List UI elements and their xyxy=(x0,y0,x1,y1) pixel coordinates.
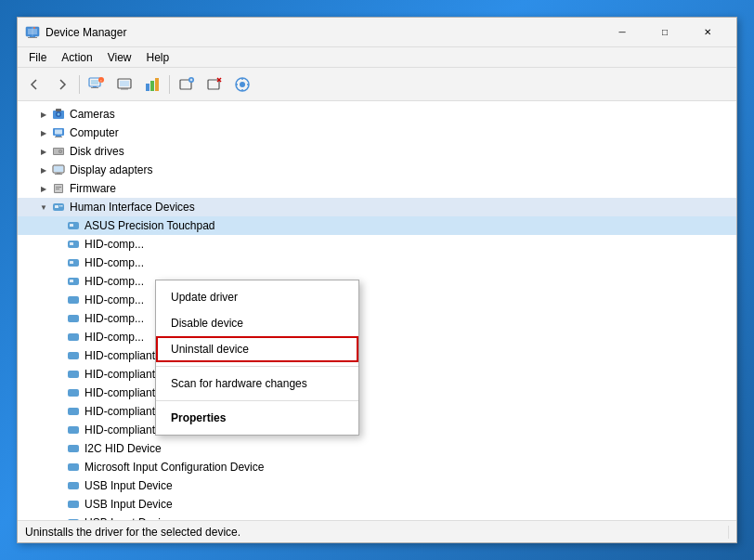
camera-icon xyxy=(51,107,66,122)
maximize-button[interactable]: □ xyxy=(644,18,686,47)
svg-rect-66 xyxy=(68,389,79,397)
update-driver-btn[interactable] xyxy=(174,72,200,98)
menu-action[interactable]: Action xyxy=(54,49,99,66)
ctx-scan-changes[interactable]: Scan for hardware changes xyxy=(156,371,358,397)
svg-rect-2 xyxy=(30,36,35,37)
tree-item-hid10[interactable]: ▶ HID-compliant vendor-defined device xyxy=(18,402,736,421)
tree-item-hid5[interactable]: ▶ HID-comp... xyxy=(18,309,736,328)
forward-button[interactable] xyxy=(49,72,75,98)
tree-item-hid9[interactable]: ▶ HID-compliant vendor-defined device xyxy=(18,384,736,402)
svg-rect-69 xyxy=(68,445,79,452)
svg-rect-9 xyxy=(91,87,98,88)
expand-arrow-firmware[interactable]: ▶ xyxy=(36,181,51,196)
menu-bar: File Action View Help xyxy=(18,47,736,68)
tree-item-i2c[interactable]: ▶ I2C HID Device xyxy=(18,439,736,458)
svg-rect-47 xyxy=(56,187,61,188)
tree-item-hid[interactable]: ▼ Human Interface Devices xyxy=(18,198,736,216)
device-tree[interactable]: ▶ Cameras ▶ xyxy=(18,101,736,520)
expand-arrow-disk[interactable]: ▶ xyxy=(36,144,51,159)
disk-icon xyxy=(51,144,66,159)
tree-item-hid4[interactable]: ▶ HID-comp... xyxy=(18,291,736,309)
tree-item-usb3[interactable]: ▶ USB Input Device xyxy=(18,514,736,520)
expand-arrow-display[interactable]: ▶ xyxy=(36,163,51,177)
expand-arrow-cameras[interactable]: ▶ xyxy=(36,107,51,122)
tree-item-display[interactable]: ▶ Display adapters xyxy=(18,161,736,179)
content-area: ▶ Cameras ▶ xyxy=(18,101,736,520)
tree-item-wireless[interactable]: ▶ HID-compliant wireless radio controls xyxy=(18,421,736,439)
show-hidden-btn[interactable] xyxy=(111,72,137,98)
cameras-label: Cameras xyxy=(70,108,115,121)
ctx-update-driver[interactable]: Update driver xyxy=(156,284,358,310)
tree-item-asus-touchpad[interactable]: ▶ ASUS Precision Touchpad xyxy=(18,216,736,235)
hid4-icon xyxy=(66,293,81,307)
svg-rect-7 xyxy=(91,80,98,85)
svg-rect-63 xyxy=(68,333,79,341)
tree-item-firmware[interactable]: ▶ Firmware xyxy=(18,179,736,198)
context-menu: Update driver Disable device Uninstall d… xyxy=(155,280,359,436)
resources-btn[interactable] xyxy=(139,72,165,98)
disk-drives-label: Disk drives xyxy=(70,145,124,158)
tree-item-usb2[interactable]: ▶ USB Input Device xyxy=(18,495,736,514)
svg-rect-51 xyxy=(59,205,61,207)
menu-view[interactable]: View xyxy=(100,49,139,66)
hid-label: Human Interface Devices xyxy=(70,201,195,214)
device-manager-icon-btn[interactable]: ! xyxy=(84,72,110,98)
tree-item-hid1[interactable]: ▶ HID-comp... xyxy=(18,235,736,254)
back-button[interactable] xyxy=(21,72,47,98)
ctx-disable-device[interactable]: Disable device xyxy=(156,310,358,336)
hid1-icon xyxy=(66,237,81,252)
menu-help[interactable]: Help xyxy=(139,49,177,66)
svg-rect-42 xyxy=(54,166,63,172)
tree-item-ms-input[interactable]: ▶ Microsoft Input Configuration Device xyxy=(18,458,736,476)
hid8-icon xyxy=(66,367,81,382)
scan-changes-btn[interactable] xyxy=(229,72,255,98)
svg-rect-34 xyxy=(55,130,62,135)
tree-item-disk-drives[interactable]: ▶ Disk drives xyxy=(18,142,736,161)
svg-rect-3 xyxy=(28,37,37,38)
menu-file[interactable]: File xyxy=(21,49,54,66)
tree-item-hid6[interactable]: ▶ HID-comp... xyxy=(18,328,736,346)
ms-input-icon xyxy=(66,460,81,475)
usb3-icon xyxy=(66,515,81,520)
usb1-icon xyxy=(66,478,81,493)
svg-rect-44 xyxy=(55,174,62,175)
tree-item-computer[interactable]: ▶ Computer xyxy=(18,124,736,142)
svg-rect-60 xyxy=(70,280,73,282)
hid6-icon xyxy=(66,330,81,345)
svg-rect-61 xyxy=(68,296,79,304)
ctx-properties[interactable]: Properties xyxy=(156,405,358,431)
svg-rect-54 xyxy=(70,224,73,227)
tree-item-usb1[interactable]: ▶ USB Input Device xyxy=(18,476,736,495)
uninstall-btn[interactable] xyxy=(202,72,228,98)
hid2-label: HID-comp... xyxy=(84,256,144,269)
svg-rect-73 xyxy=(68,519,79,520)
svg-rect-43 xyxy=(57,173,60,174)
svg-rect-58 xyxy=(70,261,73,264)
svg-rect-72 xyxy=(68,501,79,508)
tree-item-hid8[interactable]: ▶ HID-compliant vendor-defined device xyxy=(18,365,736,384)
svg-rect-16 xyxy=(150,81,154,91)
status-text: Uninstalls the driver for the selected d… xyxy=(25,526,729,539)
ctx-uninstall-device[interactable]: Uninstall device xyxy=(156,336,358,362)
status-bar: Uninstalls the driver for the selected d… xyxy=(18,520,736,542)
app-icon xyxy=(25,25,40,40)
hid3-label: HID-comp... xyxy=(84,275,144,288)
close-button[interactable]: ✕ xyxy=(686,18,729,47)
svg-rect-70 xyxy=(68,463,79,471)
tree-item-hid7[interactable]: ▶ HID-compliant vendor-defined device xyxy=(18,346,736,365)
hid9-icon xyxy=(66,385,81,400)
svg-rect-64 xyxy=(68,352,79,359)
svg-rect-52 xyxy=(61,205,63,207)
wireless-icon xyxy=(66,423,81,437)
expand-arrow-hid[interactable]: ▼ xyxy=(36,200,51,215)
tree-item-hid2[interactable]: ▶ HID-comp... xyxy=(18,254,736,272)
tree-item-cameras[interactable]: ▶ Cameras xyxy=(18,105,736,124)
window-controls: ─ □ ✕ xyxy=(601,18,729,47)
computer-label: Computer xyxy=(70,126,119,139)
hid5-label: HID-comp... xyxy=(84,312,144,325)
tree-item-hid3[interactable]: ▶ HID-comp... xyxy=(18,272,736,291)
expand-arrow-computer[interactable]: ▶ xyxy=(36,125,51,140)
svg-rect-36 xyxy=(55,137,62,137)
device-manager-window: Device Manager ─ □ ✕ File Action View He… xyxy=(17,17,737,543)
minimize-button[interactable]: ─ xyxy=(601,18,644,47)
